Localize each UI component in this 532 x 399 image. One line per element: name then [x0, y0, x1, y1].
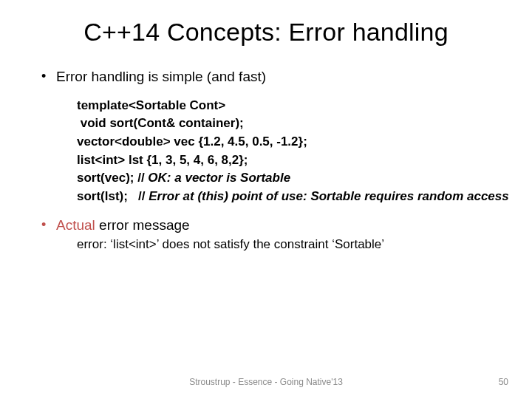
- bullet-2-sub: error: ‘list<int>’ does not satisfy the …: [77, 236, 497, 253]
- bullet-item-1: Error handling is simple (and fast) temp…: [41, 67, 497, 205]
- slide-body: Error handling is simple (and fast) temp…: [35, 67, 497, 253]
- code-line-8: sort(lst); // Error at (this) point of u…: [77, 188, 497, 206]
- code-line-4: vector<double> vec {1.2, 4.5, 0.5, -1.2}…: [77, 133, 497, 151]
- slide: C++14 Concepts: Error handling Error han…: [0, 0, 532, 399]
- page-number: 50: [499, 377, 508, 387]
- code-line-8a: sort(lst); //: [77, 189, 149, 203]
- bullet-1-text: Error handling is simple (and fast): [56, 69, 266, 84]
- bullet-list: Error handling is simple (and fast) temp…: [35, 67, 497, 253]
- code-line-7-comment: OK: a vector is Sortable: [148, 171, 290, 185]
- code-line-8-comment: Error at (this) point of use: Sortable r…: [149, 189, 508, 203]
- code-line-1: template<Sortable Cont>: [77, 97, 497, 115]
- slide-title: C++14 Concepts: Error handling: [35, 18, 497, 47]
- slide-footer: Stroustrup - Essence - Going Native'13: [0, 377, 532, 387]
- bullet-2-rest: error message: [95, 217, 190, 233]
- code-line-7a: sort(vec); //: [77, 171, 148, 185]
- bullet-2-accent: Actual: [56, 217, 95, 233]
- bullet-item-2: Actual error message error: ‘list<int>’ …: [41, 216, 497, 253]
- code-line-2: void sort(Cont& container);: [77, 115, 497, 133]
- code-block: template<Sortable Cont> void sort(Cont& …: [77, 97, 497, 206]
- code-line-5: list<int> lst {1, 3, 5, 4, 6, 8,2};: [77, 151, 497, 170]
- code-line-7: sort(vec); // OK: a vector is Sortable: [77, 169, 497, 188]
